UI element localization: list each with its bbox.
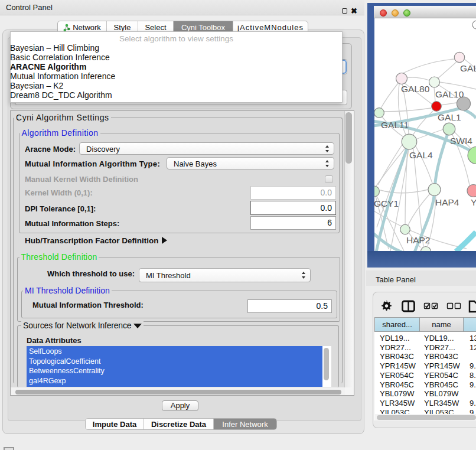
svg-text:GAL: GAL xyxy=(460,63,476,73)
svg-text:GAL11: GAL11 xyxy=(381,120,409,130)
svg-text:GAL1: GAL1 xyxy=(438,112,461,122)
svg-text:GAL10: GAL10 xyxy=(435,89,464,99)
svg-text:GCY1: GCY1 xyxy=(374,198,399,208)
svg-text:GAL4: GAL4 xyxy=(409,150,433,160)
svg-text:HAP4: HAP4 xyxy=(435,197,459,207)
svg-text:SWI4: SWI4 xyxy=(450,136,472,146)
svg-text:HAP2: HAP2 xyxy=(406,235,431,245)
svg-text:YE: YE xyxy=(471,197,476,207)
svg-text:GAL80: GAL80 xyxy=(401,84,430,94)
